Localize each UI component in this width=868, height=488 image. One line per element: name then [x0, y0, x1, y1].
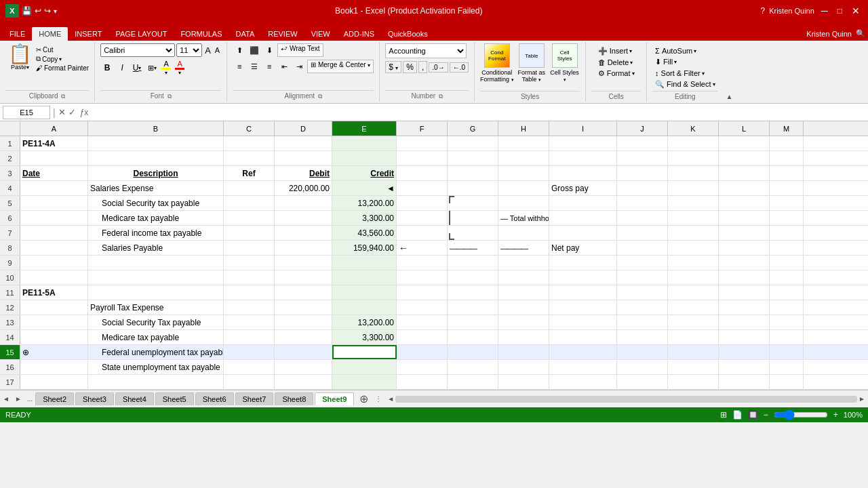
cell-F4[interactable]: [397, 181, 448, 195]
cell-B8[interactable]: Salaries Payable: [88, 241, 224, 255]
cell-E14[interactable]: 3,300.00: [332, 330, 397, 344]
col-header-J[interactable]: J: [617, 121, 668, 136]
cell-D11[interactable]: [275, 285, 332, 300]
percent-button[interactable]: %: [403, 61, 417, 73]
cell-G5[interactable]: [448, 196, 498, 210]
cell-C17[interactable]: [224, 375, 275, 389]
cell-I14[interactable]: [549, 330, 617, 344]
tab-data[interactable]: DATA: [229, 27, 262, 41]
cell-B4[interactable]: Salaries Expense: [88, 181, 224, 195]
cell-K16[interactable]: [668, 360, 719, 374]
cell-B12[interactable]: Payroll Tax Expense: [88, 300, 224, 314]
cell-K12[interactable]: [668, 300, 719, 314]
col-header-A[interactable]: A: [20, 121, 88, 136]
align-middle-button[interactable]: ⬛: [248, 43, 261, 57]
cell-H2[interactable]: [498, 151, 549, 165]
cell-I2[interactable]: [549, 151, 617, 165]
tab-insert[interactable]: INSERT: [68, 27, 108, 41]
cell-E3[interactable]: Credit: [332, 166, 397, 180]
cell-D4[interactable]: 220,000.00: [275, 181, 332, 195]
sheet-tab-overflow[interactable]: ...: [24, 394, 35, 404]
cell-M17[interactable]: [770, 375, 804, 389]
cell-C11[interactable]: [224, 285, 275, 300]
cell-I9[interactable]: [549, 256, 617, 270]
cell-A12[interactable]: [20, 300, 88, 314]
cell-M9[interactable]: [770, 256, 804, 270]
cell-H3[interactable]: [498, 166, 549, 180]
row-num-4[interactable]: 4: [0, 181, 20, 195]
cell-H10[interactable]: [498, 270, 549, 285]
cell-J5[interactable]: [617, 196, 668, 210]
tab-home[interactable]: HOME: [32, 27, 68, 41]
cell-L4[interactable]: [719, 181, 770, 195]
cell-A6[interactable]: [20, 211, 88, 225]
cell-C6[interactable]: [224, 211, 275, 225]
cell-K8[interactable]: [668, 241, 719, 255]
row-num-14[interactable]: 14: [0, 330, 20, 344]
cell-G14[interactable]: [448, 330, 498, 344]
cell-E13[interactable]: 13,200.00: [332, 315, 397, 329]
add-sheet-button[interactable]: ⊕: [355, 391, 372, 407]
scroll-right-nav[interactable]: ►: [12, 394, 24, 404]
cell-C12[interactable]: [224, 300, 275, 314]
cell-L9[interactable]: [719, 256, 770, 270]
cell-L11[interactable]: [719, 285, 770, 300]
cell-K15[interactable]: [668, 345, 719, 359]
cell-B13[interactable]: Social Security Tax payable: [88, 315, 224, 329]
quick-undo[interactable]: ↩: [35, 6, 41, 16]
cell-C1[interactable]: [224, 136, 275, 150]
cell-I13[interactable]: [549, 315, 617, 329]
cell-B9[interactable]: [88, 256, 224, 270]
currency-button[interactable]: $ ▾: [385, 61, 401, 73]
cell-M15[interactable]: [770, 345, 804, 359]
cell-B10[interactable]: [88, 270, 224, 285]
tab-review[interactable]: REVIEW: [261, 27, 304, 41]
cell-E17[interactable]: [332, 375, 397, 389]
cell-M6[interactable]: [770, 211, 804, 225]
cell-D10[interactable]: [275, 270, 332, 285]
cell-M16[interactable]: [770, 360, 804, 374]
minimize-button[interactable]: ─: [818, 5, 831, 16]
cell-J8[interactable]: [617, 241, 668, 255]
cell-E5[interactable]: 13,200.00: [332, 196, 397, 210]
find-select-button[interactable]: 🔍 Find & Select ▾: [652, 79, 717, 89]
zoom-out-button[interactable]: −: [764, 410, 768, 420]
cell-I5[interactable]: [549, 196, 617, 210]
cell-G8[interactable]: ————: [448, 241, 498, 255]
cell-J14[interactable]: [617, 330, 668, 344]
cell-F16[interactable]: [397, 360, 448, 374]
cell-styles-button[interactable]: CellStyles Cell Styles ▾: [549, 43, 580, 83]
cell-B15[interactable]: Federal unemployment tax payable: [88, 345, 224, 359]
cell-K6[interactable]: [668, 211, 719, 225]
cell-E16[interactable]: [332, 360, 397, 374]
align-top-button[interactable]: ⬆: [233, 43, 246, 57]
increase-indent-button[interactable]: ⇥: [292, 60, 306, 73]
cell-D16[interactable]: [275, 360, 332, 374]
font-color-button[interactable]: A ▾: [174, 60, 186, 76]
col-header-L[interactable]: L: [719, 121, 770, 136]
cell-J7[interactable]: [617, 226, 668, 240]
row-num-15[interactable]: 15: [0, 345, 20, 359]
cell-I17[interactable]: [549, 375, 617, 389]
cell-D14[interactable]: [275, 330, 332, 344]
cell-D12[interactable]: [275, 300, 332, 314]
cell-B11[interactable]: [88, 285, 224, 300]
cell-K10[interactable]: [668, 270, 719, 285]
cell-L1[interactable]: [719, 136, 770, 150]
row-num-6[interactable]: 6: [0, 211, 20, 225]
cell-G16[interactable]: [448, 360, 498, 374]
cell-L12[interactable]: [719, 300, 770, 314]
italic-button[interactable]: I: [115, 61, 129, 75]
cell-B7[interactable]: Federal income tax payable: [88, 226, 224, 240]
cell-I3[interactable]: [549, 166, 617, 180]
tab-view[interactable]: VIEW: [304, 27, 337, 41]
border-button[interactable]: ⊞ ▾: [145, 61, 159, 75]
cell-A16[interactable]: [20, 360, 88, 374]
conditional-formatting-button[interactable]: CondFormat ConditionalFormatting ▾: [480, 43, 514, 83]
cell-A13[interactable]: [20, 315, 88, 329]
cell-D2[interactable]: [275, 151, 332, 165]
cell-D17[interactable]: [275, 375, 332, 389]
cell-E2[interactable]: [332, 151, 397, 165]
cell-K13[interactable]: [668, 315, 719, 329]
row-num-16[interactable]: 16: [0, 360, 20, 374]
